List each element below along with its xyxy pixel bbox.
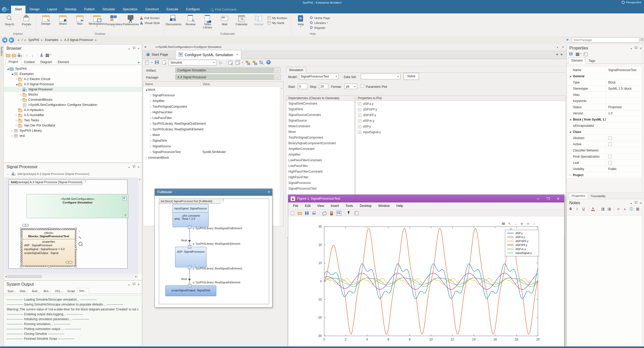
dock-bottom-tab[interactable]: Traceability [588, 193, 608, 199]
port-icon[interactable]: ↓ [188, 226, 191, 229]
property-row[interactable]: Classifier Behavior [567, 147, 642, 154]
new-doc-caret-icon[interactable]: ▾ [151, 61, 152, 64]
expander-icon[interactable] [149, 117, 152, 119]
pin-icon[interactable] [635, 201, 637, 204]
expander-icon[interactable] [149, 123, 152, 125]
property-row[interactable]: isEncapsulated [567, 123, 642, 129]
expander-icon[interactable] [149, 106, 152, 108]
property-value[interactable]: Public [606, 166, 642, 172]
tab-configure-sysml-simulation[interactable]: Configure SysML Simulation × [175, 50, 241, 59]
tree-item[interactable]: A.2 Electric Circuit [4, 77, 142, 82]
new-doc-icon[interactable] [144, 60, 149, 65]
property-value[interactable]: Block [606, 79, 642, 85]
breadcrumb-item[interactable]: ▶A.3 Signal Processor [58, 38, 93, 42]
browser-tab[interactable]: Context [21, 59, 37, 65]
dependency-item[interactable]: TwoPinSignalComponent [286, 135, 354, 141]
dependency-item[interactable]: SignalProcessor [286, 180, 354, 186]
properties-tab[interactable]: Tags [586, 58, 598, 64]
output-tab[interactable]: Syst... [5, 288, 18, 294]
dsp-part[interactable]: dSP: SignalProcessor [175, 247, 207, 267]
ribbon-button[interactable]: Journal [250, 14, 267, 32]
property-row[interactable]: Type Block [567, 79, 642, 86]
start-input[interactable] [298, 84, 307, 89]
output-tab[interactable]: Deb... [18, 288, 30, 294]
italic-icon[interactable] [575, 207, 579, 211]
table-row[interactable]: HighPassFilter [143, 109, 283, 115]
expander-icon[interactable] [149, 134, 152, 136]
property-value[interactable]: Proposed [606, 104, 642, 110]
expander-icon[interactable] [15, 124, 18, 127]
menu-item[interactable]: Design [25, 6, 43, 13]
resize-handle[interactable] [75, 228, 77, 230]
breadcrumb-item[interactable]: ▶Examples [39, 38, 58, 42]
menu-item[interactable]: Execute [163, 6, 182, 13]
ribbon-small-button[interactable]: Home Page [310, 15, 331, 20]
new-package-icon[interactable] [12, 53, 16, 57]
property-row[interactable]: Version 1.0 [567, 110, 642, 116]
expander-icon[interactable] [149, 94, 152, 97]
run-simulation-icon[interactable] [219, 60, 223, 65]
expander-icon[interactable] [15, 114, 18, 116]
bold-icon[interactable] [569, 207, 572, 211]
property-row[interactable]: Leaf [567, 160, 642, 166]
expander-icon[interactable] [149, 140, 152, 142]
ribbon-button[interactable]: Calendar [233, 14, 250, 32]
table-row[interactable]: LowPassFilter [143, 115, 283, 121]
generate-icon[interactable] [228, 60, 233, 65]
perspective-button[interactable]: Perspective [622, 1, 641, 4]
copy-icon[interactable] [235, 60, 240, 65]
subscript-icon[interactable] [623, 207, 627, 211]
table-row[interactable]: SignalSource [143, 143, 283, 149]
table-row[interactable]: SysPhSLibrary::RealSignalInElement [143, 126, 283, 132]
resize-handle[interactable] [48, 228, 50, 230]
collapse-tree-icon[interactable] [252, 60, 257, 65]
property-value[interactable] [606, 73, 642, 79]
figure-menu-item[interactable]: View [314, 204, 328, 208]
property-value[interactable] [606, 135, 642, 141]
new-model-icon[interactable]: ✳ [6, 53, 10, 57]
new-figure-icon[interactable] [290, 211, 295, 215]
pin-icon[interactable] [133, 283, 135, 285]
ribbon-small-button[interactable]: Register [310, 25, 331, 30]
dependency-item[interactable]: Amplifier [286, 152, 354, 158]
expander-icon[interactable] [149, 151, 152, 153]
ribbon-button[interactable]: Perspectives [105, 14, 122, 32]
package-browse-button[interactable]: ... [274, 74, 281, 80]
dependency-item[interactable]: SignalProcessorTest [286, 186, 354, 192]
tree-item[interactable]: «SysMLSimConfiguration» Configure Simula… [4, 102, 142, 107]
property-value[interactable] [606, 160, 642, 166]
language-combo[interactable]: Simulink [169, 60, 216, 65]
plot-property-item[interactable]: dSP.hPF.y [356, 107, 565, 112]
plot-property-item[interactable]: inputSignal.y [356, 129, 565, 135]
connector[interactable] [190, 229, 190, 245]
underline-icon[interactable] [582, 207, 585, 211]
expander-icon[interactable] [15, 119, 18, 122]
pin-icon[interactable] [133, 47, 135, 49]
caret-down-icon[interactable] [556, 45, 558, 49]
panel-menu-icon[interactable] [128, 283, 130, 286]
resize-handle[interactable] [75, 266, 77, 267]
close-icon[interactable] [138, 165, 140, 169]
plot-property-checkbox[interactable] [358, 108, 361, 111]
dependency-item[interactable]: LowPassFilter [286, 163, 354, 169]
tree-item[interactable]: ConstraintBlocks [4, 97, 142, 102]
property-value[interactable] [606, 116, 642, 122]
port-icon[interactable]: ↓ [188, 284, 191, 287]
plot-property-item[interactable]: dSP.y [356, 124, 565, 129]
menu-item[interactable]: Specialize [119, 6, 141, 13]
find-command[interactable]: Find Command... [210, 6, 239, 13]
save-icon[interactable] [155, 60, 159, 65]
close-icon[interactable]: × [268, 190, 270, 194]
numbered-list-icon[interactable] [607, 207, 611, 211]
window-icon[interactable] [583, 52, 588, 56]
dependency-item[interactable]: AmplifierConstraint [286, 146, 354, 152]
expander-icon[interactable] [569, 118, 572, 121]
font-color-icon[interactable] [591, 207, 595, 211]
tree-item[interactable]: A.3 Signal Processor [4, 82, 142, 87]
tree-item[interactable]: A.5 Humidifier [4, 113, 142, 118]
panel-menu-icon[interactable] [630, 47, 632, 50]
table-row[interactable]: constraintBlock [143, 155, 283, 160]
expander-icon[interactable] [149, 145, 152, 148]
output-tab[interactable]: Aud... [30, 288, 42, 294]
stop-input[interactable] [319, 84, 328, 89]
